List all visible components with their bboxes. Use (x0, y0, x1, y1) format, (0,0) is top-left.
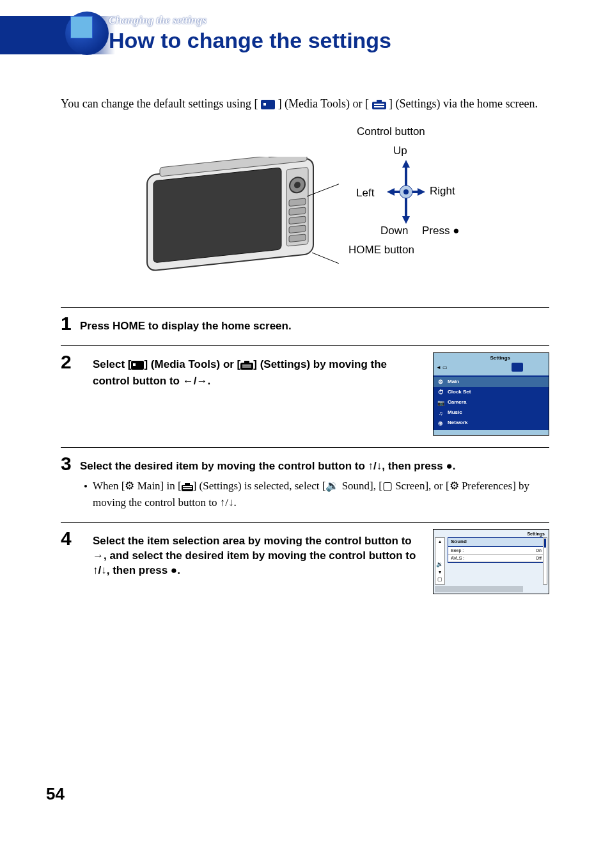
divider (61, 447, 549, 448)
shot2-title: Settings (527, 531, 545, 537)
camera-diagram: Control button Up Left Right Down Press … (61, 125, 549, 291)
control-button-label: Control button (357, 125, 425, 139)
page-number: 54 (46, 784, 65, 804)
sound-settings-screenshot: Settings ▴ 🔉 ▾▢ Sound Beep :On AVLS :Off (433, 529, 549, 594)
shot1-row-clock: ⏱Clock Set (434, 387, 549, 397)
intro-text-b: ] (Media Tools) or [ (278, 97, 369, 110)
shot1-row-network: ⊕Network (434, 418, 549, 429)
media-tools-icon (131, 359, 144, 374)
shot2-sidebar: ▴ 🔉 ▾▢ (435, 537, 445, 585)
shot1-left-arrow-icon: ◄ ▭ (436, 365, 448, 372)
slider-icon: ⚙ (450, 480, 459, 492)
up-label: Up (393, 144, 407, 159)
press-label: Press ● (422, 224, 459, 239)
page-title: How to change the settings (109, 28, 391, 53)
step-4: 4 Select the item selection area by movi… (61, 529, 549, 594)
svg-rect-27 (133, 363, 136, 366)
svg-line-19 (312, 253, 339, 269)
shot1-row-main: ⚙Main (434, 377, 549, 387)
left-label: Left (356, 186, 374, 201)
step-1: 1 Press HOME to display the home screen. (61, 314, 549, 334)
control-cross-icon (387, 160, 425, 224)
svg-rect-5 (374, 106, 384, 107)
shot1-row-camera: 📷Camera (434, 398, 549, 408)
page-header: Changing the settings How to change the … (0, 0, 610, 61)
shot2-panel-head: Sound (448, 538, 544, 547)
settings-menu-screenshot: Settings ◄ ▭ ⚙Main ⏱Clock Set 📷Camera ♫M… (433, 352, 549, 436)
intro-paragraph: You can change the default settings usin… (61, 96, 549, 113)
svg-rect-1 (263, 103, 266, 106)
svg-rect-33 (185, 483, 190, 485)
step-2: 2 Select [] (Media Tools) or [] (Setting… (61, 352, 549, 436)
step-3-sub: • When [⚙ Main] in [] (Settings) is sele… (84, 479, 549, 510)
clock-icon: ⏱ (437, 388, 444, 396)
slider-icon: ⚙ (125, 480, 134, 492)
network-icon: ⊕ (437, 420, 444, 427)
camera-illustration (141, 157, 339, 285)
svg-rect-29 (244, 361, 249, 363)
svg-point-25 (403, 189, 409, 194)
svg-marker-20 (402, 160, 410, 187)
up-arrow-icon: ▴ (435, 538, 444, 546)
divider (61, 522, 549, 523)
settings-icon (240, 359, 253, 374)
bullet-icon: • (84, 479, 88, 510)
svg-rect-13 (289, 216, 306, 225)
svg-marker-21 (402, 197, 410, 224)
svg-rect-31 (242, 367, 251, 368)
header-badge-square (70, 16, 93, 38)
shot2-bottom-bar (435, 586, 523, 592)
camera-icon: 📷 (437, 399, 444, 407)
home-button-label: HOME button (348, 243, 414, 258)
svg-rect-35 (183, 488, 192, 489)
step-2-number: 2 (61, 352, 80, 372)
step-4-number: 4 (61, 529, 80, 548)
shot2-panel: Sound Beep :On AVLS :Off (448, 537, 545, 564)
slider-icon: ⚙ (437, 378, 444, 386)
media-tools-icon (261, 98, 275, 113)
step-4-text: Select the item selection area by moving… (93, 529, 420, 578)
screen-icon: ▢ (382, 480, 393, 492)
svg-rect-12 (289, 207, 306, 216)
down-label: Down (380, 224, 408, 239)
music-icon: ♫ (437, 409, 444, 417)
divider (61, 307, 549, 308)
svg-rect-3 (377, 100, 382, 102)
settings-icon (372, 98, 386, 113)
sound-tab-icon: 🔉 (436, 560, 443, 568)
breadcrumb: Changing the settings (109, 14, 391, 27)
svg-rect-15 (289, 234, 306, 242)
step-3: 3 Select the desired item by moving the … (61, 454, 549, 510)
settings-icon (182, 481, 193, 496)
down-arrow-icon: ▾▢ (435, 569, 444, 583)
shot1-title: Settings (490, 355, 510, 362)
shot2-row-avls: AVLS :Off (448, 555, 544, 562)
svg-rect-4 (374, 104, 384, 105)
svg-rect-28 (240, 363, 253, 370)
shot2-scrollbar (543, 537, 547, 585)
svg-rect-2 (372, 102, 386, 109)
intro-text-a: You can change the default settings usin… (61, 97, 258, 110)
step-1-text: Press HOME to display the home screen. (80, 314, 549, 334)
step-3-text: Select the desired item by moving the co… (80, 460, 455, 472)
svg-rect-14 (289, 225, 306, 233)
step-2-text: Select [] (Media Tools) or [] (Settings)… (93, 352, 420, 389)
sound-icon: 🔉 (325, 480, 339, 492)
shot1-row-music: ♫Music (434, 408, 549, 418)
divider (61, 345, 549, 346)
svg-rect-7 (153, 168, 281, 263)
shot1-toolbox-icon (512, 363, 523, 372)
step-3-number: 3 (61, 454, 80, 473)
right-label: Right (430, 184, 455, 199)
step-1-number: 1 (61, 314, 80, 333)
svg-rect-11 (289, 198, 306, 207)
svg-rect-30 (242, 365, 251, 366)
svg-rect-34 (183, 486, 192, 487)
svg-rect-0 (261, 100, 275, 109)
shot2-row-beep: Beep :On (448, 547, 544, 555)
step-3-body: Select the desired item by moving the co… (80, 454, 549, 510)
intro-text-c: ] (Settings) via the home screen. (389, 97, 538, 110)
